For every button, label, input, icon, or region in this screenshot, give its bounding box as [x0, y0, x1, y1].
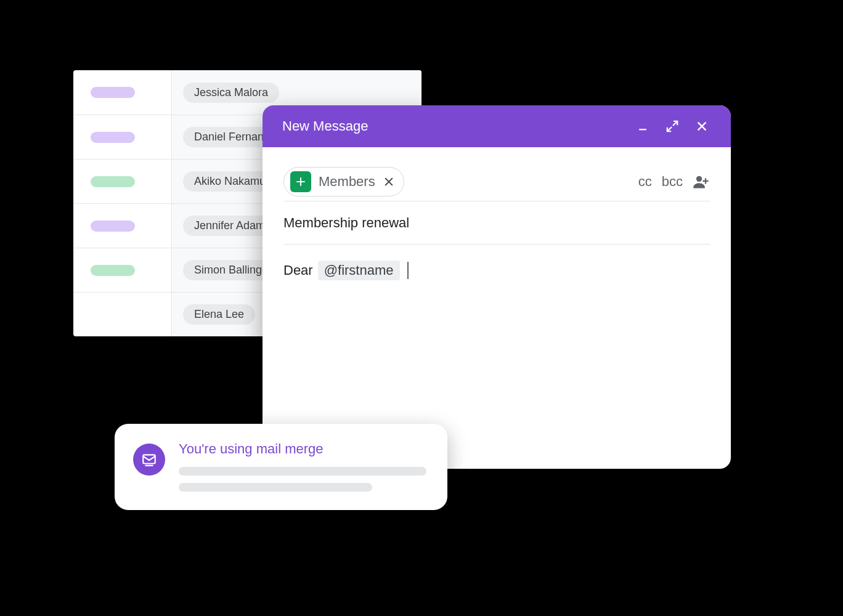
status-pill [91, 221, 135, 232]
minimize-button[interactable] [631, 115, 654, 138]
notice-title: You're using mail merge [179, 441, 426, 457]
subject-text: Membership renewal [283, 215, 409, 231]
compose-header: New Message [263, 105, 731, 147]
remove-recipient-icon[interactable] [383, 176, 395, 188]
contact-chip[interactable]: Jessica Malora [183, 83, 279, 103]
status-pill [91, 176, 135, 187]
merge-field-token[interactable]: @firstname [318, 261, 400, 280]
placeholder-line [179, 467, 426, 476]
recipient-chip[interactable]: Members [283, 167, 404, 197]
status-pill [91, 265, 135, 276]
svg-point-1 [696, 176, 702, 181]
expand-icon[interactable] [661, 115, 684, 138]
status-pill [91, 87, 135, 98]
recipient-label: Members [319, 174, 375, 190]
svg-rect-2 [143, 455, 155, 463]
bcc-button[interactable]: bcc [662, 174, 683, 190]
close-icon[interactable] [690, 115, 714, 138]
text-cursor [407, 262, 409, 279]
body-prefix: Dear [283, 262, 313, 278]
compose-window: New Message Members [263, 105, 731, 469]
mail-merge-icon [133, 444, 165, 476]
mail-merge-notice: You're using mail merge [115, 424, 447, 510]
sheets-icon [290, 171, 311, 192]
status-pill [91, 132, 135, 143]
message-body[interactable]: Dear @firstname [283, 245, 710, 280]
contact-chip[interactable]: Elena Lee [183, 304, 255, 325]
add-person-icon[interactable] [693, 173, 710, 190]
svg-rect-0 [639, 129, 646, 130]
compose-title: New Message [282, 118, 631, 134]
cc-button[interactable]: cc [638, 174, 652, 190]
recipients-row[interactable]: Members cc bcc [283, 162, 710, 201]
subject-input[interactable]: Membership renewal [283, 201, 710, 245]
placeholder-line [179, 483, 372, 492]
